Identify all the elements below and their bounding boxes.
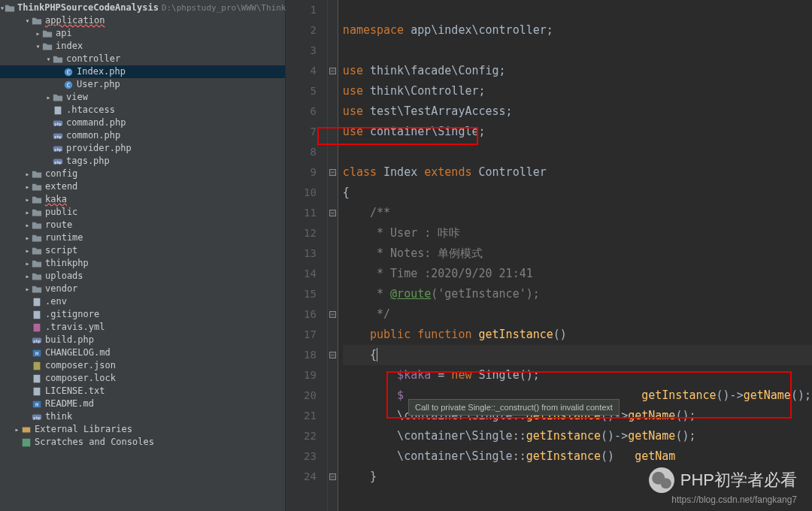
tree-item-user-php[interactable]: ▸CUser.php bbox=[0, 78, 285, 91]
tree-item-tags-php[interactable]: ▸phptags.php bbox=[0, 155, 285, 168]
tree-item-extend[interactable]: ▸extend bbox=[0, 180, 285, 193]
folder-icon bbox=[41, 29, 53, 39]
json-icon bbox=[31, 361, 43, 371]
code-line-7[interactable]: use container\Single; bbox=[343, 122, 812, 142]
tree-item-kaka[interactable]: ▸kaka bbox=[0, 193, 285, 206]
tree-item-view[interactable]: ▸view bbox=[0, 91, 285, 104]
code-line-3[interactable] bbox=[343, 41, 812, 61]
fold-gutter[interactable]: –––––– bbox=[328, 0, 338, 511]
line-number: 5 bbox=[304, 81, 317, 101]
tree-item-composer-json[interactable]: ▸composer.json bbox=[0, 359, 285, 372]
line-number: 7 bbox=[304, 122, 317, 142]
line-number: 22 bbox=[304, 426, 317, 446]
svg-point-30 bbox=[660, 478, 671, 488]
code-line-5[interactable]: use think\Controller; bbox=[343, 81, 812, 101]
code-line-17[interactable]: public function getInstance() bbox=[343, 325, 812, 345]
fold-marker[interactable]: – bbox=[329, 473, 336, 480]
fold-marker[interactable]: – bbox=[329, 311, 336, 318]
folder-icon bbox=[31, 284, 43, 295]
tree-item-public[interactable]: ▸public bbox=[0, 206, 285, 219]
line-number: 1 bbox=[304, 0, 317, 20]
line-number: 4 bbox=[304, 61, 317, 81]
svg-text:php: php bbox=[54, 121, 61, 126]
scratch-icon bbox=[20, 437, 32, 448]
tree-item-license-txt[interactable]: ▸LICENSE.txt bbox=[0, 385, 285, 398]
code-area[interactable]: namespace app\index\controller;use think… bbox=[338, 0, 812, 511]
svg-text:php: php bbox=[33, 338, 40, 343]
code-line-13[interactable]: * Notes: 单例模式 bbox=[343, 243, 812, 264]
tree-item-command-php[interactable]: ▸phpcommand.php bbox=[0, 116, 285, 129]
tree-item-index[interactable]: ▾index bbox=[0, 40, 285, 53]
code-line-16[interactable]: */ bbox=[343, 304, 812, 325]
tree-item-script[interactable]: ▸script bbox=[0, 244, 285, 257]
php-icon: php bbox=[31, 412, 43, 422]
line-number: 21 bbox=[304, 406, 317, 426]
folder-icon bbox=[31, 207, 43, 218]
folder-icon bbox=[52, 92, 64, 103]
tree-item-think[interactable]: ▸phpthink bbox=[0, 410, 285, 423]
tree-item--travis-yml[interactable]: ▸.travis.yml bbox=[0, 321, 285, 334]
code-line-22[interactable]: \container\Single::getInstance()->getNam… bbox=[343, 426, 812, 446]
line-number: 20 bbox=[304, 386, 317, 406]
code-line-9[interactable]: class Index extends Controller bbox=[343, 162, 812, 183]
tree-item-api[interactable]: ▸api bbox=[0, 27, 285, 40]
tree-item-scratches-and-consoles[interactable]: ▸Scratches and Consoles bbox=[0, 436, 285, 449]
tree-item-common-php[interactable]: ▸phpcommon.php bbox=[0, 129, 285, 142]
file-icon bbox=[31, 386, 43, 397]
fold-marker[interactable]: – bbox=[329, 352, 336, 358]
tree-item-config[interactable]: ▸config bbox=[0, 168, 285, 180]
line-number: 15 bbox=[304, 284, 317, 304]
fold-marker[interactable]: – bbox=[329, 68, 336, 74]
tree-item-readme-md[interactable]: ▸MREADME.md bbox=[0, 398, 285, 410]
tree-item-vendor[interactable]: ▸vendor bbox=[0, 283, 285, 295]
tree-item-route[interactable]: ▸route bbox=[0, 219, 285, 231]
project-tree-panel: ▾ThinkPHPSourceCodeAnalysisD:\phpstudy_p… bbox=[0, 0, 286, 511]
folder-icon bbox=[5, 3, 15, 14]
code-line-6[interactable]: use test\TestArrayAccess; bbox=[343, 101, 812, 122]
svg-text:M: M bbox=[35, 401, 38, 407]
code-line-2[interactable]: namespace app\index\controller; bbox=[343, 20, 812, 41]
tree-item-uploads[interactable]: ▸uploads bbox=[0, 270, 285, 283]
file-icon bbox=[31, 297, 43, 307]
tree-item--env[interactable]: ▸.env bbox=[0, 295, 285, 308]
php-icon: php bbox=[52, 118, 64, 129]
tree-item-application[interactable]: ▾application bbox=[0, 14, 285, 27]
tree-item-external-libraries[interactable]: ▸External Libraries bbox=[0, 423, 285, 436]
code-line-14[interactable]: * Time :2020/9/20 21:41 bbox=[343, 264, 812, 284]
folder-icon bbox=[31, 233, 43, 243]
code-editor[interactable]: 123456789101112131415161718192021222324 … bbox=[286, 0, 812, 511]
code-line-11[interactable]: /** bbox=[343, 203, 812, 223]
tree-item-runtime[interactable]: ▸runtime bbox=[0, 231, 285, 244]
tree-item-index-php[interactable]: ▸CIndex.php bbox=[0, 65, 285, 78]
tree-item--gitignore[interactable]: ▸.gitignore bbox=[0, 308, 285, 321]
line-number: 2 bbox=[304, 20, 317, 41]
tree-item-controller[interactable]: ▾controller bbox=[0, 53, 285, 65]
tree-item-provider-php[interactable]: ▸phpprovider.php bbox=[0, 142, 285, 155]
tree-item-changelog-md[interactable]: ▸MCHANGELOG.md bbox=[0, 346, 285, 359]
fold-marker[interactable]: – bbox=[329, 210, 336, 216]
svg-rect-15 bbox=[34, 323, 41, 331]
php-icon: php bbox=[52, 156, 64, 167]
code-line-18[interactable]: { bbox=[343, 345, 812, 365]
tree-item-composer-lock[interactable]: ▸composer.lock bbox=[0, 372, 285, 385]
php-icon: php bbox=[52, 144, 64, 154]
code-line-15[interactable]: * @route('getInstance'); bbox=[343, 284, 812, 304]
code-line-23[interactable]: \container\Single::getInstance() getNam bbox=[343, 446, 812, 467]
line-number: 9 bbox=[304, 162, 317, 183]
tree-item-build-php[interactable]: ▸phpbuild.php bbox=[0, 334, 285, 346]
code-line-12[interactable]: * User : 咔咔 bbox=[343, 223, 812, 243]
svg-text:C: C bbox=[67, 81, 71, 88]
tree-root[interactable]: ▾ThinkPHPSourceCodeAnalysisD:\phpstudy_p… bbox=[0, 2, 285, 14]
svg-rect-27 bbox=[23, 427, 31, 432]
php-icon: php bbox=[52, 131, 64, 141]
code-line-1[interactable] bbox=[343, 0, 812, 20]
code-line-10[interactable]: { bbox=[343, 183, 812, 203]
tree-item-thinkphp[interactable]: ▸thinkphp bbox=[0, 257, 285, 270]
tree-item--htaccess[interactable]: ▸.htaccess bbox=[0, 104, 285, 116]
code-line-4[interactable]: use think\facade\Config; bbox=[343, 61, 812, 81]
code-line-19[interactable]: $kaka = new Single(); bbox=[343, 365, 812, 386]
code-line-8[interactable] bbox=[343, 142, 812, 162]
file-icon bbox=[52, 105, 64, 116]
error-tooltip: Call to private Single::_construct() fro… bbox=[408, 399, 620, 416]
fold-marker[interactable]: – bbox=[329, 169, 336, 176]
